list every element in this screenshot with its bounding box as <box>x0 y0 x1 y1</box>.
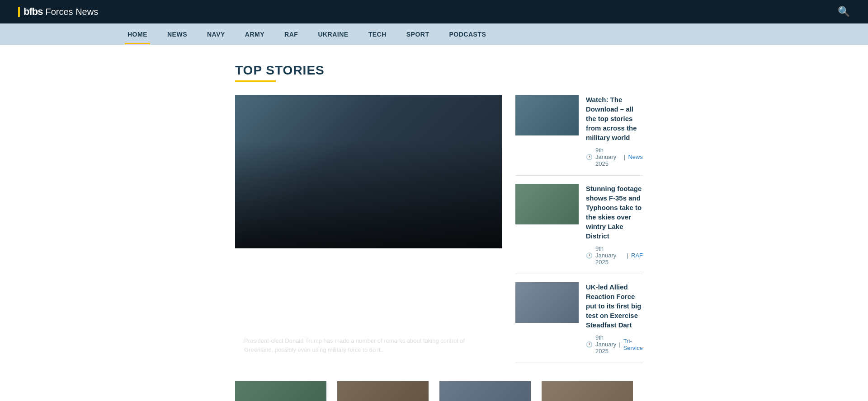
story-info-1: Watch: The Download – all the top storie… <box>586 95 643 167</box>
section-underline <box>235 80 276 82</box>
featured-caption: Trump's desire to control Greenland is n… <box>235 297 502 363</box>
nav-home[interactable]: HOME <box>118 24 157 44</box>
bottom-card-4[interactable]: Freezing weather forces postponement of … <box>542 381 633 401</box>
bottom-card-1[interactable]: Covert sabotage masked by plausible deni… <box>235 381 326 401</box>
nav-navy[interactable]: NAVY <box>197 24 235 44</box>
featured-story[interactable]: Trump's desire to control Greenland is n… <box>235 95 502 363</box>
logo-forces: Forces News <box>45 7 98 17</box>
separator-2: | <box>627 252 628 259</box>
sidebar-story-3[interactable]: UK-led Allied Reaction Force put to its … <box>515 274 643 363</box>
clock-icon-2: 🕐 <box>586 252 593 259</box>
bottom-card-2[interactable]: On-the-job injuries on the rise for Arme… <box>337 381 429 401</box>
story-meta-2: 🕐 9th January 2025 | RAF <box>586 245 643 266</box>
bottom-card-image-4 <box>542 381 633 401</box>
featured-title: Trump's desire to control Greenland is n… <box>244 306 493 332</box>
nav-ukraine[interactable]: UKRAINE <box>308 24 358 44</box>
story-category-3: Tri-Service <box>623 338 643 351</box>
logo[interactable]: bfbs Forces News <box>18 6 98 18</box>
logo-bar <box>18 7 20 17</box>
separator-1: | <box>624 154 625 160</box>
bottom-card-image-1 <box>235 381 326 401</box>
story-title-3: UK-led Allied Reaction Force put to its … <box>586 282 643 330</box>
bottom-card-image-2 <box>337 381 429 401</box>
section-title: TOP STORIES <box>235 63 633 78</box>
nav-army[interactable]: ARMY <box>235 24 274 44</box>
sidebar-story-1[interactable]: Watch: The Download – all the top storie… <box>515 95 643 176</box>
main-nav: HOME NEWS NAVY ARMY RAF UKRAINE TECH SPO… <box>0 23 868 45</box>
main-content: TOP STORIES Trump's desire to control Gr… <box>118 45 750 401</box>
featured-description: President-elect Donald Trump has made a … <box>244 336 493 354</box>
bottom-card-image-3 <box>439 381 531 401</box>
story-meta-1: 🕐 9th January 2025 | News <box>586 147 643 167</box>
story-date-3: 9th January 2025 <box>595 334 616 354</box>
story-info-2: Stunning footage shows F-35s and Typhoon… <box>586 184 643 266</box>
clock-icon-3: 🕐 <box>586 341 593 348</box>
separator-3: | <box>619 341 620 348</box>
story-thumb-3 <box>515 282 579 323</box>
story-thumb-1 <box>515 95 579 135</box>
story-title-1: Watch: The Download – all the top storie… <box>586 95 643 142</box>
story-info-3: UK-led Allied Reaction Force put to its … <box>586 282 643 354</box>
nav-tech[interactable]: TECH <box>359 24 396 44</box>
story-title-2: Stunning footage shows F-35s and Typhoon… <box>586 184 643 241</box>
nav-news[interactable]: NEWS <box>157 24 197 44</box>
story-date-2: 9th January 2025 <box>595 245 624 266</box>
story-thumb-2 <box>515 184 579 224</box>
sidebar-stories: Watch: The Download – all the top storie… <box>515 95 643 363</box>
nav-podcasts[interactable]: PODCASTS <box>439 24 496 44</box>
search-icon[interactable]: 🔍 <box>838 6 850 18</box>
bottom-card-3[interactable]: Army veteran thanks community for suppor… <box>439 381 531 401</box>
header: bfbs Forces News 🔍 <box>0 0 868 23</box>
nav-raf[interactable]: RAF <box>274 24 308 44</box>
featured-image <box>235 95 502 248</box>
nav-sport[interactable]: SPORT <box>396 24 439 44</box>
top-stories-grid: Trump's desire to control Greenland is n… <box>235 95 633 363</box>
story-category-1: News <box>628 154 643 160</box>
story-meta-3: 🕐 9th January 2025 | Tri-Service <box>586 334 643 354</box>
bottom-grid: Covert sabotage masked by plausible deni… <box>235 381 633 401</box>
logo-bfbs: bfbs <box>24 6 42 18</box>
clock-icon-1: 🕐 <box>586 154 593 160</box>
sidebar-story-2[interactable]: Stunning footage shows F-35s and Typhoon… <box>515 176 643 274</box>
story-date-1: 9th January 2025 <box>595 147 621 167</box>
story-category-2: RAF <box>631 252 643 259</box>
